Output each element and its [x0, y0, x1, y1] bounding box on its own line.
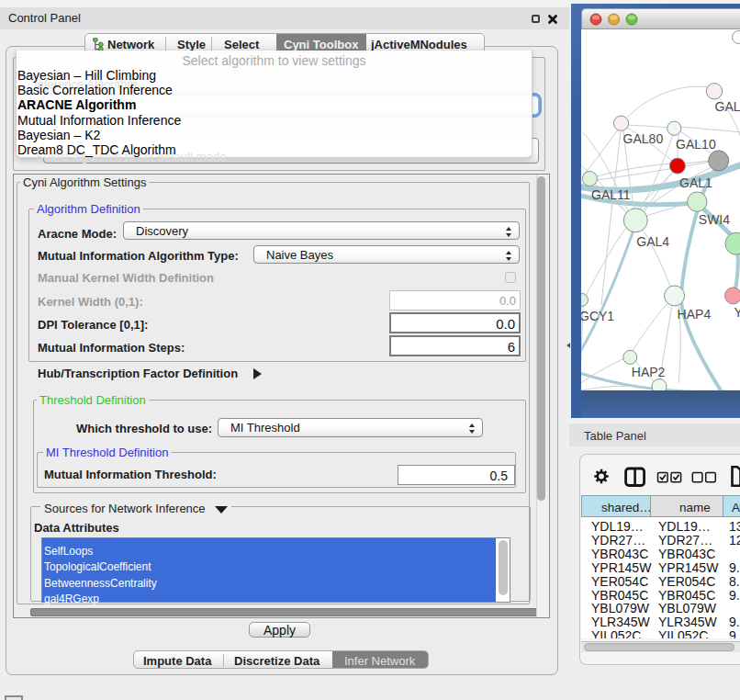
svg-text:GAL1: GAL1: [679, 175, 712, 190]
svg-text:GCY1: GCY1: [581, 309, 614, 323]
svg-text:SWI4: SWI4: [699, 212, 730, 227]
svg-text:HAP2: HAP2: [632, 365, 666, 379]
svg-text:GAL2: GAL2: [715, 99, 740, 114]
svg-text:GAL11: GAL11: [591, 187, 631, 202]
svg-text:GAL10: GAL10: [676, 137, 716, 152]
svg-text:GAL4: GAL4: [636, 234, 669, 249]
svg-text:YD: YD: [734, 305, 740, 320]
svg-text:GAL80: GAL80: [623, 131, 664, 146]
svg-text:HAP4: HAP4: [678, 307, 712, 322]
